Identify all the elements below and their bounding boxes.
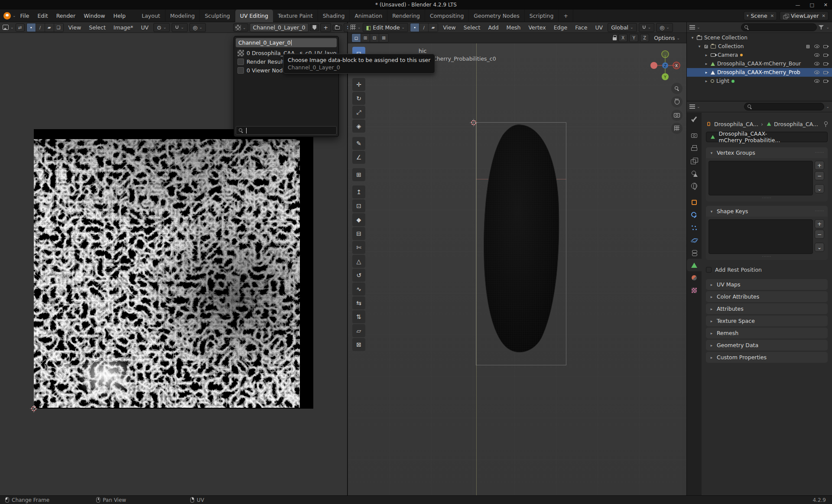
panel-expand-icon[interactable]: ▾: [709, 151, 714, 155]
tool-poly-build[interactable]: △: [352, 255, 365, 268]
collection-checkbox[interactable]: [704, 44, 708, 49]
scene-unlink-icon[interactable]: ✕: [770, 13, 774, 18]
tool-spin[interactable]: ↺: [352, 269, 365, 282]
image-browse-button[interactable]: ⌄: [233, 23, 248, 32]
panel-grip[interactable]: ······: [815, 150, 824, 156]
tool-knife[interactable]: ✄: [352, 241, 365, 254]
tool-move[interactable]: ✛: [352, 78, 365, 91]
viewlayer-selector[interactable]: ViewLayer ✕: [780, 11, 829, 20]
uv-menu-select[interactable]: Select: [86, 23, 109, 32]
select-mode-face[interactable]: ▰: [429, 23, 438, 32]
add-vertex-group-button[interactable]: +: [815, 161, 824, 170]
uv-proportional-edit-button[interactable]: ◎⌄: [189, 23, 206, 32]
editor-type-arrow-icon[interactable]: ⌄: [10, 25, 14, 29]
workspace-tab-shading[interactable]: Shading: [318, 10, 350, 22]
collapse-arrow-icon[interactable]: ▸: [704, 62, 708, 66]
select-option-intersect[interactable]: ⊠: [379, 34, 388, 42]
properties-tab-render[interactable]: [687, 129, 702, 142]
blender-logo-icon[interactable]: [3, 12, 11, 20]
scene-selector[interactable]: ▾ Scene ✕: [744, 11, 777, 20]
transform-orientation-selector[interactable]: Global⌄: [608, 23, 637, 32]
tool-inset-faces[interactable]: ⊡: [352, 199, 365, 212]
workspace-tab-layout[interactable]: Layout: [137, 10, 166, 22]
viewport-editor-type-icon[interactable]: [351, 25, 356, 30]
new-image-button[interactable]: +: [320, 23, 331, 32]
camera-view-button[interactable]: [671, 110, 682, 121]
properties-tab-scene[interactable]: [687, 167, 702, 179]
texture-space-panel-header[interactable]: ▸ Texture Space: [706, 315, 828, 326]
render-visibility-icon[interactable]: [823, 62, 828, 65]
custom-properties-panel-header[interactable]: ▸ Custom Properties: [706, 352, 828, 363]
properties-tab-particles[interactable]: [687, 221, 702, 234]
hide-eye-icon[interactable]: [814, 71, 819, 74]
zoom-button[interactable]: [671, 83, 682, 94]
properties-tab-object-data[interactable]: [687, 259, 702, 271]
properties-options-arrow-icon[interactable]: ⌄: [826, 104, 829, 109]
tool-shear[interactable]: ▱: [352, 324, 365, 337]
outliner-filter-arrow-icon[interactable]: ⌄: [826, 25, 829, 29]
properties-tab-tool[interactable]: [687, 113, 702, 125]
hide-eye-icon[interactable]: [814, 79, 819, 83]
collapse-arrow-icon[interactable]: ▸: [704, 70, 708, 75]
render-visibility-icon[interactable]: [823, 80, 828, 83]
outliner-row-camera[interactable]: ▸ Camera: [687, 51, 832, 59]
workspace-tab-texture-paint[interactable]: Texture Paint: [273, 10, 318, 22]
remove-vertex-group-button[interactable]: −: [815, 171, 824, 180]
shape-key-specials-button[interactable]: ⌄: [815, 243, 824, 252]
breadcrumb-object[interactable]: Drosophila_CA...: [714, 121, 758, 127]
image-editor-type-icon[interactable]: [3, 25, 9, 30]
workspace-tab-rendering[interactable]: Rendering: [387, 10, 425, 22]
snap-button[interactable]: ∩⌄: [639, 23, 655, 32]
fake-user-button[interactable]: [310, 24, 319, 31]
uv-menu-image[interactable]: Image*: [110, 23, 136, 32]
navigation-gizmo[interactable]: X Y Z: [649, 49, 682, 82]
embryo-mesh-object[interactable]: [477, 123, 566, 364]
vp-menu-face[interactable]: Face: [572, 23, 590, 32]
scene-browse-icon[interactable]: ▾: [747, 13, 749, 18]
vp-menu-select[interactable]: Select: [461, 23, 484, 32]
hide-eye-icon[interactable]: [814, 45, 819, 48]
workspace-tab-uv-editing[interactable]: UV Editing: [235, 10, 273, 22]
mirror-y-button[interactable]: Y: [629, 34, 638, 42]
vp-menu-mesh[interactable]: Mesh: [504, 23, 524, 32]
color-attributes-panel-header[interactable]: ▸ Color Attributes: [706, 291, 828, 302]
panel-grip[interactable]: ······: [815, 209, 824, 214]
properties-tab-view-layer[interactable]: [687, 154, 702, 167]
hide-eye-icon[interactable]: [814, 62, 819, 65]
outliner-editor-type-arrow-icon[interactable]: ⌄: [697, 25, 700, 29]
menu-edit[interactable]: Edit: [33, 11, 52, 20]
uv-menu-view[interactable]: View: [65, 23, 84, 32]
workspace-tab-sculpting[interactable]: Sculpting: [200, 10, 235, 22]
tool-edge-slide[interactable]: ⇆: [352, 296, 365, 309]
outliner-editor-type-icon[interactable]: [689, 25, 695, 30]
properties-tab-material[interactable]: [687, 271, 702, 284]
viewlayer-unlink-icon[interactable]: ✕: [822, 13, 826, 18]
mode-selector[interactable]: ◧ Edit Mode⌄: [363, 23, 409, 32]
add-rest-position-checkbox[interactable]: [706, 267, 712, 273]
image-name-field[interactable]: Channel_0_Layer_0: [250, 23, 309, 32]
expand-arrow-icon[interactable]: ▾: [690, 36, 695, 40]
select-option-set[interactable]: ◻: [352, 34, 361, 42]
blender-menu-arrow-icon[interactable]: ⌄: [13, 13, 16, 18]
outliner-row-light[interactable]: ▸ Light: [687, 77, 832, 85]
uv-menu-uv[interactable]: UV: [138, 23, 152, 32]
maximize-button[interactable]: □: [809, 2, 814, 8]
tool-rip-region[interactable]: ⊠: [352, 338, 365, 351]
remesh-panel-header[interactable]: ▸ Remesh: [706, 328, 828, 338]
menu-help[interactable]: Help: [110, 11, 130, 20]
select-option-extend[interactable]: ⊞: [361, 34, 370, 42]
collapse-arrow-icon[interactable]: ▸: [704, 53, 708, 57]
properties-tab-output[interactable]: [687, 142, 702, 154]
outliner-row-collection[interactable]: ▾ Collection: [687, 42, 832, 51]
uv-select-mode-vertex[interactable]: ∙: [27, 23, 36, 32]
hide-eye-icon[interactable]: [814, 53, 819, 57]
dropdown-search-input[interactable]: [236, 126, 337, 135]
close-button[interactable]: ✕: [824, 2, 828, 8]
shape-keys-panel-header[interactable]: ▾ Shape Keys ······: [706, 206, 828, 217]
tool-smooth[interactable]: ∿: [352, 283, 365, 296]
select-option-subtract[interactable]: ⊟: [370, 34, 379, 42]
collapse-arrow-icon[interactable]: ▸: [704, 79, 708, 83]
vertex-groups-list[interactable]: [708, 161, 813, 195]
tool-measure[interactable]: ∠: [352, 151, 365, 164]
properties-editor-type-arrow-icon[interactable]: ⌄: [697, 104, 700, 109]
